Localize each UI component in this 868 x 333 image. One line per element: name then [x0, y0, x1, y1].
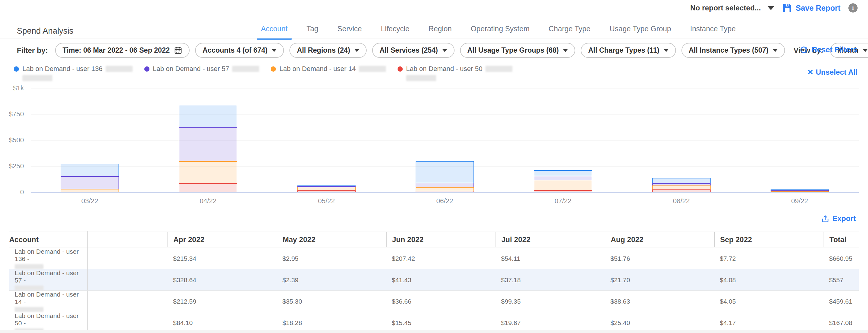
bar-segment-lab-on-demand-user-50[interactable]	[179, 183, 237, 192]
legend-dot-icon	[14, 66, 19, 72]
filter-bar: Filter by: Time: 06 Mar 2022 - 06 Sep 20…	[17, 43, 770, 58]
top-bar: No report selected... Save Report	[690, 3, 858, 13]
export-icon	[821, 214, 829, 223]
bar-segment-lab-on-demand-user-136[interactable]	[61, 164, 119, 176]
close-icon: ✕	[807, 68, 813, 76]
legend-item-lab-on-demand-user-136[interactable]: Lab on Demand - user 136	[14, 65, 133, 81]
bar-segment-lab-on-demand-user-14[interactable]	[298, 187, 355, 190]
reset-filters-button[interactable]: Reset Filters	[799, 45, 858, 54]
value-cell: $557	[824, 269, 859, 291]
bar-segment-lab-on-demand-user-57[interactable]	[61, 176, 119, 189]
redacted-text	[406, 75, 436, 81]
value-cell: $35.30	[277, 291, 386, 312]
bar-segment-lab-on-demand-user-50[interactable]	[415, 191, 474, 192]
bar-segment-lab-on-demand-user-57[interactable]	[534, 176, 592, 180]
legend-item-lab-on-demand-user-57[interactable]: Lab on Demand - user 57	[144, 65, 259, 81]
y-axis-tick: 0	[0, 188, 24, 196]
filter-pill-usage-type-groups[interactable]: All Usage Type Groups (68)	[460, 43, 576, 58]
filter-pill-label: All Services (254)	[379, 46, 438, 55]
bar-segment-lab-on-demand-user-14[interactable]	[534, 180, 592, 190]
y-axis-tick: $250	[0, 162, 24, 170]
spend-chart: $1k$750$500$2500 03/2204/2205/2206/2207/…	[0, 82, 868, 211]
filter-pill-charge-types[interactable]: All Charge Types (11)	[581, 43, 676, 58]
legend-label: Lab on Demand - user 50	[406, 65, 483, 73]
bar-segment-lab-on-demand-user-136[interactable]	[652, 178, 711, 183]
filter-pill-instance-types[interactable]: All Instance Types (507)	[681, 43, 785, 58]
value-cell: $459.61	[824, 291, 859, 312]
filter-pill-label: Accounts 4 (of 674)	[203, 46, 268, 55]
tab-region[interactable]: Region	[429, 25, 452, 40]
chevron-down-icon	[664, 49, 669, 52]
bar-segment-lab-on-demand-user-136[interactable]	[534, 170, 592, 176]
bar-segment-lab-on-demand-user-14[interactable]	[61, 189, 119, 192]
bar-07-22	[534, 170, 592, 192]
spend-analysis-page: No report selected... Save Report Spend …	[0, 0, 868, 333]
chevron-down-icon	[272, 49, 277, 52]
table-row-lab-on-demand-user-136: Lab on Demand - user 136 -$215.34$2.95$2…	[9, 248, 859, 269]
bar-segment-lab-on-demand-user-57[interactable]	[652, 183, 711, 186]
report-selector-label: No report selected...	[690, 4, 761, 12]
redacted-text	[106, 66, 133, 72]
x-axis-tick: 08/22	[622, 197, 740, 205]
legend-item-lab-on-demand-user-14[interactable]: Lab on Demand - user 14	[271, 65, 386, 81]
bar-segment-lab-on-demand-user-50[interactable]	[298, 190, 355, 192]
column-header-may-2022: May 2022	[277, 231, 386, 248]
filter-pill-label: All Charge Types (11)	[588, 46, 659, 55]
tab-bar: AccountTagServiceLifecycleRegionOperatin…	[261, 25, 736, 40]
legend-item-lab-on-demand-user-50[interactable]: Lab on Demand - user 50	[398, 65, 513, 81]
legend-label: Lab on Demand - user 14	[279, 65, 356, 73]
table-row-lab-on-demand-user-14: Lab on Demand - user 14 -$212.59$35.30$3…	[9, 291, 859, 312]
value-cell: $2.95	[277, 248, 386, 269]
value-cell: $54.11	[496, 248, 605, 269]
value-cell: $51.76	[605, 248, 714, 269]
value-cell: $37.18	[496, 269, 605, 291]
chevron-down-icon	[773, 49, 778, 52]
save-report-button[interactable]: Save Report	[782, 3, 840, 13]
value-cell: $21.70	[605, 269, 714, 291]
tab-account[interactable]: Account	[261, 25, 288, 40]
bar-segment-lab-on-demand-user-14[interactable]	[652, 186, 711, 190]
tab-usage-type-group[interactable]: Usage Type Group	[610, 25, 671, 40]
filter-pill-accounts[interactable]: Accounts 4 (of 674)	[195, 43, 284, 58]
bar-segment-lab-on-demand-user-14[interactable]	[415, 187, 474, 191]
report-selector-dropdown[interactable]: No report selected...	[690, 4, 774, 12]
reset-filters-label: Reset Filters	[812, 45, 858, 54]
bar-segment-lab-on-demand-user-50[interactable]	[771, 192, 829, 192]
value-cell: $36.66	[386, 291, 496, 312]
tab-lifecycle[interactable]: Lifecycle	[381, 25, 409, 40]
filter-pills: Time: 06 Mar 2022 - 06 Sep 2022Accounts …	[55, 43, 785, 58]
bar-slot	[622, 88, 740, 192]
bottom-strip	[0, 330, 868, 333]
legend-label: Lab on Demand - user 57	[153, 65, 229, 73]
export-button[interactable]: Export	[821, 214, 856, 223]
bar-segment-lab-on-demand-user-136[interactable]	[415, 161, 474, 183]
unselect-all-button[interactable]: ✕ Unselect All	[807, 68, 858, 76]
value-cell: $215.34	[167, 248, 277, 269]
calendar-icon	[174, 46, 182, 55]
tab-instance-type[interactable]: Instance Type	[690, 25, 736, 40]
bar-08-22	[652, 178, 711, 192]
bar-segment-lab-on-demand-user-50[interactable]	[652, 190, 711, 192]
tab-tag[interactable]: Tag	[307, 25, 318, 40]
export-label: Export	[833, 214, 856, 223]
bar-slot	[268, 88, 385, 192]
filter-pill-services[interactable]: All Services (254)	[372, 43, 455, 58]
save-icon	[782, 3, 792, 13]
info-icon[interactable]	[848, 3, 858, 12]
filter-divider	[0, 61, 868, 61]
bar-segment-lab-on-demand-user-14[interactable]	[179, 161, 237, 183]
bar-segment-lab-on-demand-user-57[interactable]	[179, 127, 237, 161]
redacted-text	[15, 286, 43, 291]
chart-bars	[31, 88, 859, 192]
tab-service[interactable]: Service	[337, 25, 362, 40]
filter-pill-time[interactable]: Time: 06 Mar 2022 - 06 Sep 2022	[55, 43, 190, 58]
page-title: Spend Analysis	[17, 26, 73, 36]
value-cell: $7.72	[714, 248, 824, 269]
bar-segment-lab-on-demand-user-136[interactable]	[179, 105, 237, 127]
bar-segment-lab-on-demand-user-57[interactable]	[415, 183, 474, 187]
redacted-text	[15, 264, 43, 269]
bar-segment-lab-on-demand-user-50[interactable]	[534, 190, 592, 192]
tab-operating-system[interactable]: Operating System	[471, 25, 530, 40]
filter-pill-regions[interactable]: All Regions (24)	[289, 43, 367, 58]
tab-charge-type[interactable]: Charge Type	[549, 25, 590, 40]
